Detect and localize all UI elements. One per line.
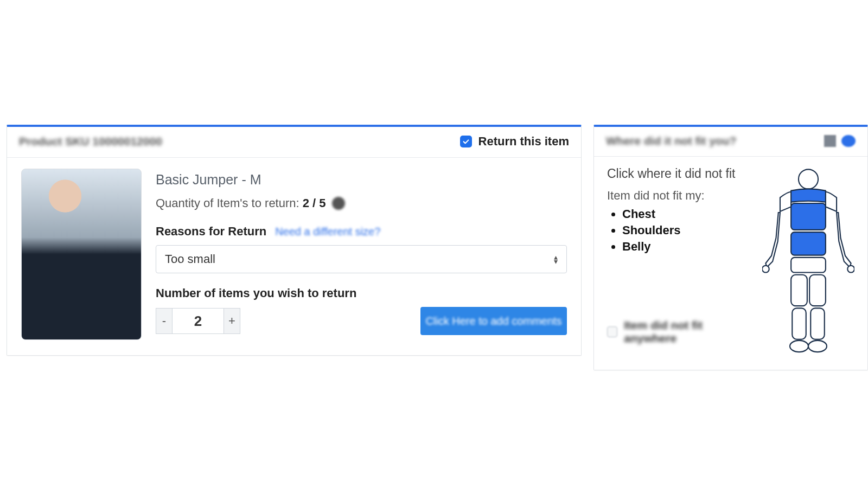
fit-feedback-card: Where did it not fit you? Click where it… xyxy=(593,125,868,370)
body-region-shoulders[interactable] xyxy=(790,189,827,202)
quantity-value: 2 / 5 xyxy=(303,196,326,210)
add-comments-label: Click Here to add comments xyxy=(425,315,561,328)
body-region-left-shin[interactable] xyxy=(792,308,806,339)
body-region-left-hand[interactable] xyxy=(762,266,769,273)
fit-click-instruction: Click where it did not fit xyxy=(607,166,752,181)
product-title: Basic Jumper - M xyxy=(156,172,567,188)
return-this-item-toggle[interactable]: Return this item xyxy=(460,134,569,149)
stepper-decrement-button[interactable]: - xyxy=(156,308,172,334)
body-region-left-foot[interactable] xyxy=(790,341,808,352)
body-map-figure[interactable] xyxy=(762,166,854,357)
fit-area-item: Belly xyxy=(622,240,752,254)
return-card-header: Product SKU 10000012000 Return this item xyxy=(7,127,581,158)
quantity-stepper: - 2 + xyxy=(156,308,240,334)
fit-area-item: Chest xyxy=(622,207,752,221)
quantity-line: Quantity of Item's to return: 2 / 5 xyxy=(156,196,567,210)
select-caret-icon: ▴▾ xyxy=(554,255,558,264)
body-region-left-upper-arm[interactable] xyxy=(780,192,791,211)
stepper-increment-button[interactable]: + xyxy=(224,308,240,334)
stepper-value[interactable]: 2 xyxy=(172,308,224,334)
body-region-right-hand[interactable] xyxy=(847,266,854,273)
product-image xyxy=(21,169,142,340)
svg-point-0 xyxy=(799,169,818,189)
body-region-right-thigh[interactable] xyxy=(809,275,826,306)
body-region-hips[interactable] xyxy=(791,258,826,273)
number-of-items-label: Number of items you wish to return xyxy=(156,286,567,300)
return-this-item-label: Return this item xyxy=(478,134,569,149)
fit-anywhere-label: Item did not fit anywhere xyxy=(624,319,752,345)
body-region-right-arm[interactable] xyxy=(837,213,851,267)
fit-area-item: Shoulders xyxy=(622,223,752,237)
return-item-card: Product SKU 10000012000 Return this item… xyxy=(7,125,582,356)
body-region-left-arm[interactable] xyxy=(765,213,780,267)
add-comments-button[interactable]: Click Here to add comments xyxy=(420,307,567,335)
body-region-right-shin[interactable] xyxy=(810,308,825,339)
body-region-chest[interactable] xyxy=(791,203,826,230)
fit-header-question: Where did it not fit you? xyxy=(606,134,736,147)
reason-label: Reasons for Return xyxy=(156,224,266,239)
checkbox-checked-icon[interactable] xyxy=(460,136,472,147)
body-region-left-thigh[interactable] xyxy=(791,275,807,306)
reason-select[interactable]: Too small ▴▾ xyxy=(156,245,567,273)
reason-selected-value: Too small xyxy=(165,252,215,266)
edit-icon[interactable] xyxy=(824,135,836,147)
info-dot-icon[interactable] xyxy=(332,197,345,210)
rotate-view-icon[interactable] xyxy=(841,135,856,147)
fit-anywhere-checkbox[interactable] xyxy=(607,326,617,337)
fit-card-header: Where did it not fit you? xyxy=(594,127,867,157)
quantity-prefix: Quantity of Item's to return: xyxy=(156,196,299,210)
fit-areas-list: Chest Shoulders Belly xyxy=(622,207,752,254)
body-region-right-foot[interactable] xyxy=(808,341,827,352)
body-region-belly[interactable] xyxy=(791,232,826,255)
body-region-right-upper-arm[interactable] xyxy=(826,192,837,211)
need-different-size-link[interactable]: Need a different size? xyxy=(275,226,380,238)
fit-intro-label: Item did not fit my: xyxy=(607,189,752,203)
product-sku-label: Product SKU 10000012000 xyxy=(19,135,162,148)
